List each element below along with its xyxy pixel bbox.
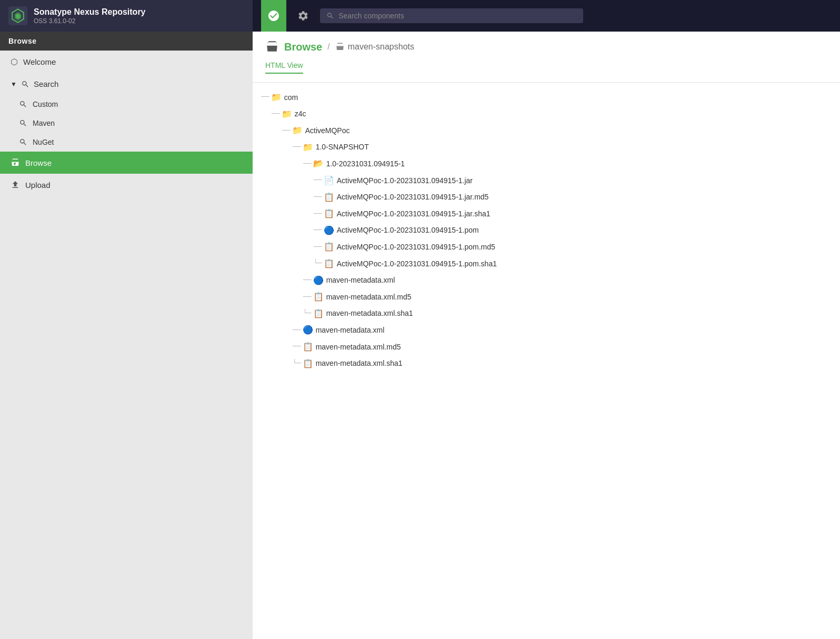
search-icon — [326, 12, 334, 20]
brand-title: Sonatype Nexus Repository — [34, 7, 146, 17]
tree-node-pom[interactable]: ── 🔵 ActiveMQPoc-1.0-20231031.094915-1.p… — [261, 222, 832, 239]
tree-node-com[interactable]: ── 📁 com — [261, 89, 832, 106]
tree-label-pom: ActiveMQPoc-1.0-20231031.094915-1.pom — [337, 224, 479, 236]
sidebar-search-label: Search — [34, 79, 59, 88]
search-maven-icon — [19, 119, 27, 127]
search-nuget-icon — [19, 138, 27, 146]
brand: Sonatype Nexus Repository OSS 3.61.0-02 — [0, 0, 253, 32]
breadcrumb-db-icon — [265, 40, 279, 54]
folder-icon-z4c: 📁 — [282, 107, 292, 121]
tree-node-meta-sha1-z4c[interactable]: └─ 📋 maven-metadata.xml.sha1 — [261, 355, 832, 372]
tree-node-jar[interactable]: ── 📄 ActiveMQPoc-1.0-20231031.094915-1.j… — [261, 172, 832, 189]
tree-label-pom-md5: ActiveMQPoc-1.0-20231031.094915-1.pom.md… — [337, 241, 495, 253]
navbar: Sonatype Nexus Repository OSS 3.61.0-02 — [0, 0, 840, 32]
connector-meta-md5-z4c: ── — [293, 341, 301, 352]
file-icon-pom-md5: 📋 — [324, 240, 334, 254]
browse-sidebar-icon — [11, 158, 20, 167]
connector-build: ── — [303, 158, 312, 169]
connector-pom-sha1: └─ — [314, 258, 322, 269]
connector-meta-sha1-snapshot: └─ — [303, 308, 312, 319]
tree-label-meta-xml-snapshot: maven-metadata.xml — [326, 274, 395, 286]
connector-z4c: ── — [272, 108, 280, 119]
tree-label-meta-sha1-z4c: maven-metadata.xml.sha1 — [316, 357, 403, 369]
tree-node-activemqpoc[interactable]: ── 📁 ActiveMQPoc — [261, 122, 832, 139]
file-icon-meta-md5-z4c: 📋 — [303, 340, 313, 354]
sidebar-item-custom[interactable]: Custom — [11, 95, 253, 114]
sidebar: Browse ⬡ Welcome ▼ Search Custom Maven N — [0, 32, 253, 639]
file-icon-meta-sha1-snapshot: 📋 — [313, 307, 324, 321]
tree-label-z4c: z4c — [295, 108, 306, 119]
tree-label-pom-sha1: ActiveMQPoc-1.0-20231031.094915-1.pom.sh… — [337, 258, 497, 269]
brand-text: Sonatype Nexus Repository OSS 3.61.0-02 — [34, 7, 146, 24]
sidebar-item-welcome-label: Welcome — [23, 57, 56, 66]
connector-pom: ── — [314, 225, 322, 236]
folder-icon-com: 📁 — [271, 91, 282, 104]
tree-label-snapshot: 1.0-SNAPSHOT — [316, 141, 369, 153]
sidebar-item-upload[interactable]: Upload — [0, 174, 253, 196]
content-header: Browse / maven-snapshots HTML View — [253, 32, 840, 83]
tree-label-jar-md5: ActiveMQPoc-1.0-20231031.094915-1.jar.md… — [337, 191, 489, 203]
brand-logo-icon — [8, 6, 27, 25]
file-icon-jar-sha1: 📋 — [324, 207, 334, 221]
sidebar-browse-label: Browse — [25, 158, 52, 167]
tree-label-meta-md5-snapshot: maven-metadata.xml.md5 — [326, 291, 412, 303]
connector-com: ── — [261, 92, 269, 103]
tree-label-meta-xml-z4c: maven-metadata.xml — [316, 324, 385, 336]
sidebar-item-welcome[interactable]: ⬡ Welcome — [0, 51, 253, 73]
current-repo-name: maven-snapshots — [348, 42, 414, 52]
sidebar-custom-label: Custom — [33, 100, 58, 108]
connector-snapshot: ── — [293, 142, 301, 153]
hexagon-icon: ⬡ — [11, 57, 18, 67]
tree-node-meta-sha1-snapshot[interactable]: └─ 📋 maven-metadata.xml.sha1 — [261, 305, 832, 322]
search-bar[interactable] — [320, 8, 583, 23]
connector-meta-md5-snapshot: ── — [303, 292, 312, 303]
tree-node-meta-md5-snapshot[interactable]: ── 📋 maven-metadata.xml.md5 — [261, 288, 832, 305]
tree-node-jar-sha1[interactable]: ── 📋 ActiveMQPoc-1.0-20231031.094915-1.j… — [261, 205, 832, 222]
tree-label-build: 1.0-20231031.094915-1 — [326, 158, 405, 169]
folder-icon-activemqpoc: 📁 — [292, 124, 303, 137]
main-layout: Browse ⬡ Welcome ▼ Search Custom Maven N — [0, 32, 840, 639]
browse-nav-button[interactable] — [261, 0, 286, 32]
tree-view: ── 📁 com ── 📁 z4c ── 📁 ActiveMQPoc ── 📁 … — [253, 83, 840, 639]
tree-node-jar-md5[interactable]: ── 📋 ActiveMQPoc-1.0-20231031.094915-1.j… — [261, 189, 832, 206]
repo-icon — [335, 42, 345, 52]
tree-node-pom-sha1[interactable]: └─ 📋 ActiveMQPoc-1.0-20231031.094915-1.p… — [261, 255, 832, 272]
tree-label-jar: ActiveMQPoc-1.0-20231031.094915-1.jar — [337, 175, 473, 186]
tree-node-build[interactable]: ── 📂 1.0-20231031.094915-1 — [261, 155, 832, 172]
sidebar-maven-label: Maven — [33, 119, 55, 127]
connector-jar-sha1: ── — [314, 208, 322, 219]
search-input[interactable] — [338, 12, 577, 20]
breadcrumb-browse[interactable]: Browse — [284, 41, 322, 53]
search-nav-icon — [21, 80, 29, 88]
sidebar-nuget-label: NuGet — [33, 138, 54, 146]
settings-nav-button[interactable] — [291, 0, 316, 32]
breadcrumb-current-repo: maven-snapshots — [335, 42, 414, 52]
connector-jar-md5: ── — [314, 192, 322, 203]
jar-file-icon: 📄 — [324, 174, 334, 187]
breadcrumb-separator: / — [327, 42, 329, 52]
tree-node-pom-md5[interactable]: ── 📋 ActiveMQPoc-1.0-20231031.094915-1.p… — [261, 238, 832, 255]
tree-node-meta-xml-snapshot[interactable]: ── 🔵 maven-metadata.xml — [261, 272, 832, 289]
tree-label-meta-sha1-snapshot: maven-metadata.xml.sha1 — [326, 307, 413, 319]
sidebar-item-maven[interactable]: Maven — [11, 114, 253, 133]
tree-label-jar-sha1: ActiveMQPoc-1.0-20231031.094915-1.jar.sh… — [337, 208, 491, 219]
tree-label-meta-md5-z4c: maven-metadata.xml.md5 — [316, 341, 401, 353]
tree-node-snapshot[interactable]: ── 📁 1.0-SNAPSHOT — [261, 139, 832, 156]
tree-node-meta-xml-z4c[interactable]: ── 🔵 maven-metadata.xml — [261, 322, 832, 338]
folder-open-icon-build: 📂 — [313, 157, 324, 171]
sidebar-item-nuget[interactable]: NuGet — [11, 133, 253, 152]
tab-html-view[interactable]: HTML View — [265, 58, 303, 74]
sidebar-item-browse[interactable]: Browse — [0, 152, 253, 174]
file-icon-jar-md5: 📋 — [324, 191, 334, 204]
tab-bar: HTML View — [265, 58, 827, 74]
tree-node-meta-md5-z4c[interactable]: ── 📋 maven-metadata.xml.md5 — [261, 338, 832, 355]
file-icon-pom-sha1: 📋 — [324, 257, 334, 271]
tree-node-z4c[interactable]: ── 📁 z4c — [261, 106, 832, 123]
connector-pom-md5: ── — [314, 242, 322, 253]
tree-label-activemqpoc: ActiveMQPoc — [305, 125, 350, 136]
sidebar-section-header: Browse — [0, 32, 253, 51]
upload-icon — [11, 180, 20, 189]
navbar-actions — [253, 0, 840, 32]
sidebar-item-search[interactable]: ▼ Search — [0, 73, 253, 95]
file-icon-meta-sha1-z4c: 📋 — [303, 357, 313, 371]
